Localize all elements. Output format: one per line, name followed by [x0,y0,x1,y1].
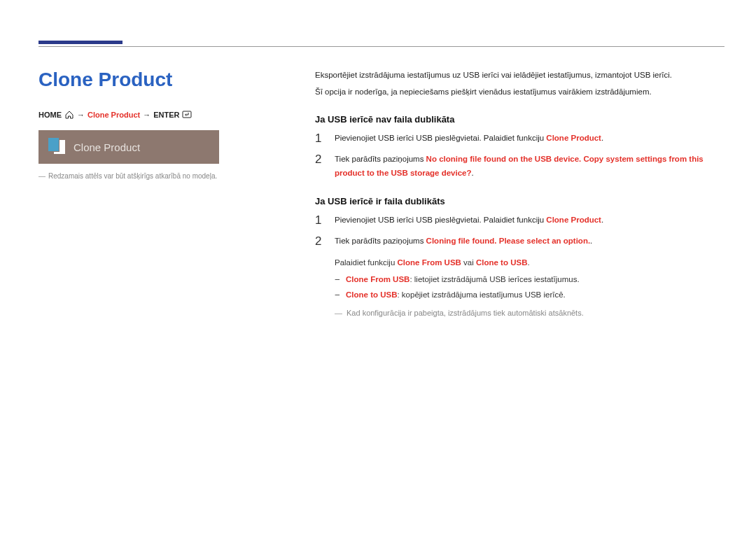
breadcrumb: HOME → Clone Product → ENTER [38,111,266,119]
text-part: . [590,237,592,245]
section2-bullet1: ‒ Clone From USB: lietojiet izstrādājumā… [335,272,724,288]
highlight: Clone From USB [346,275,410,283]
breadcrumb-current: Clone Product [88,111,140,119]
text-part: Pievienojiet USB ierīci USB pieslēgvieta… [335,134,546,142]
clone-product-icon [48,138,65,156]
section2-footnote: Kad konfigurācija ir pabeigta, izstrādāj… [335,306,724,321]
header-divider [38,46,724,47]
text-part: . [472,169,474,177]
enter-icon [182,111,192,119]
text-part: Pievienojiet USB ierīci USB pieslēgvieta… [335,216,546,224]
section1-step2: 2 Tiek parādīts paziņojums No cloning fi… [315,153,724,180]
highlight: Clone to USB [346,290,397,299]
image-disclaimer: Redzamais attēls var būt atšķirīgs atkar… [38,172,266,180]
section1-heading: Ja USB ierīcē nav faila dublikāta [315,114,724,125]
text-part: . [601,216,603,224]
bullet-text: Clone to USB: kopējiet izstrādājuma iest… [346,288,566,303]
text-part: Tiek parādīts paziņojums [335,237,426,245]
text-part: vai [461,258,476,267]
text-part: . [601,134,603,142]
breadcrumb-home: HOME [38,111,62,119]
bullet-text: Clone From USB: lietojiet izstrādājumā U… [346,272,580,288]
highlight: Clone Product [546,216,601,224]
step-text: Pievienojiet USB ierīci USB pieslēgvieta… [335,213,603,227]
text-part: : kopējiet izstrādājuma iestatījumus USB… [397,290,565,299]
breadcrumb-arrow-2: → [143,111,150,119]
section2-step2: 2 Tiek parādīts paziņojums Cloning file … [315,234,724,248]
section2-bullet2: ‒ Clone to USB: kopējiet izstrādājuma ie… [335,288,724,303]
text-part: . [527,258,529,267]
dash-icon: ‒ [335,272,340,288]
section1-step1: 1 Pievienojiet USB ierīci USB pieslēgvie… [315,132,724,146]
step-number: 2 [315,234,325,248]
step-text: Tiek parādīts paziņojums Cloning file fo… [335,234,592,248]
section2-heading: Ja USB ierīcē ir faila dublikāts [315,196,724,206]
text-part: Tiek parādīts paziņojums [335,155,426,163]
right-column: Eksportējiet izstrādājuma iestatījumus u… [315,69,724,321]
text-part: Palaidiet funkciju [335,258,398,267]
step-number: 1 [315,132,325,146]
step-number: 1 [315,213,325,227]
menu-screenshot-label: Clone Product [74,141,140,153]
intro-paragraph-2: Šī opcija ir noderīga, ja nepieciešams p… [315,85,724,99]
breadcrumb-enter: ENTER [153,111,179,119]
step-text: Tiek parādīts paziņojums No cloning file… [335,153,724,180]
highlight: Clone From USB [398,258,461,267]
breadcrumb-arrow-1: → [77,111,85,119]
section2-step1: 1 Pievienojiet USB ierīci USB pieslēgvie… [315,213,724,227]
menu-screenshot: Clone Product [38,130,219,164]
dash-icon: ‒ [335,288,340,303]
text-part: : lietojiet izstrādājumā USB ierīces ies… [410,275,579,283]
page-title: Clone Product [38,69,266,91]
page-layout: Clone Product HOME → Clone Product → ENT… [38,69,724,321]
highlight: Cloning file found. Please select an opt… [426,237,591,245]
home-icon [64,111,74,119]
step-text: Pievienojiet USB ierīci USB pieslēgvieta… [335,132,603,146]
intro-paragraph-1: Eksportējiet izstrādājuma iestatījumus u… [315,69,724,83]
highlight: Clone to USB [476,258,527,267]
highlight: Clone Product [546,134,601,142]
left-column: Clone Product HOME → Clone Product → ENT… [38,69,266,321]
header-accent-bar [38,41,122,44]
section2-follow: Palaidiet funkciju Clone From USB vai Cl… [335,255,724,271]
step-number: 2 [315,153,325,167]
